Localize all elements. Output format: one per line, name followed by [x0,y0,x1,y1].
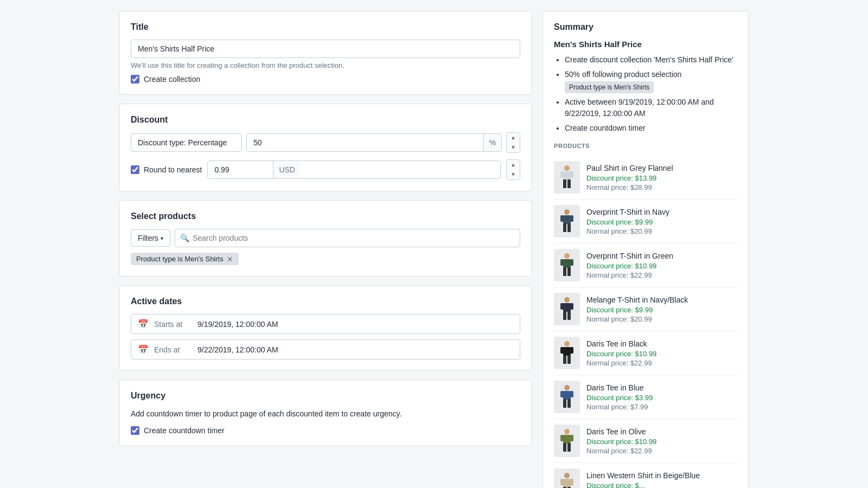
svg-rect-40 [563,443,566,452]
svg-rect-9 [570,215,573,222]
search-input[interactable] [175,229,520,247]
svg-rect-2 [560,171,564,178]
select-products-card: Select products Filters ▾ 🔍 Product type… [119,200,532,277]
filters-button[interactable]: Filters ▾ [131,229,170,247]
svg-rect-39 [570,435,573,441]
product-normal-price: Normal price: $22.99 [586,359,737,367]
countdown-checkbox[interactable] [131,426,139,435]
ends-at-value: 9/22/2019, 12:00:00 AM [197,345,278,354]
svg-point-24 [564,341,570,346]
svg-rect-23 [567,311,571,320]
round-decrement-btn[interactable]: ▼ [507,170,520,179]
svg-point-12 [564,253,570,259]
starts-at-label: Starts at [154,320,192,329]
summary-product-tag: Product type is Men's Shirts [565,81,654,93]
calendar-icon-ends: 📅 [138,344,149,355]
search-icon: 🔍 [180,234,189,242]
percent-input-wrap: % [246,133,502,152]
svg-rect-43 [563,479,571,487]
products-list: Paul Shirt in Grey Flannel Discount pric… [554,156,737,488]
svg-rect-38 [560,435,564,441]
starts-at-field[interactable]: 📅 Starts at 9/19/2019, 12:00:00 AM [131,314,520,334]
discount-increment-btn[interactable]: ▲ [507,133,520,143]
round-value-input[interactable] [208,161,273,178]
calendar-icon-starts: 📅 [138,319,149,329]
product-normal-price: Normal price: $20.99 [586,315,737,323]
summary-bullet-2: 50% off following product selection Prod… [565,69,737,93]
svg-rect-29 [567,355,571,364]
discount-card: Discount Discount type: Percentage Disco… [119,104,532,191]
product-thumbnail [554,161,580,194]
svg-rect-15 [570,259,573,266]
svg-rect-5 [567,179,571,188]
discount-value-input[interactable] [247,134,483,151]
title-input[interactable] [131,40,520,58]
product-info: Daris Tee in Blue Discount price: $3.99 … [586,383,737,411]
svg-point-42 [564,473,570,478]
svg-rect-13 [563,259,571,268]
ends-at-field[interactable]: 📅 Ends at 9/22/2019, 12:00:00 AM [131,339,520,359]
ends-at-label: Ends at [154,345,192,354]
discount-stepper[interactable]: ▲ ▼ [506,132,520,153]
product-thumbnail [554,425,580,457]
round-stepper[interactable]: ▲ ▼ [506,159,520,180]
discount-type-select[interactable]: Discount type: Percentage Discount type:… [131,133,242,152]
product-row: Paul Shirt in Grey Flannel Discount pric… [554,156,737,200]
svg-rect-25 [563,347,571,356]
product-name: Overprint T-Shirt in Green [586,252,737,260]
svg-rect-28 [563,355,566,364]
product-discount-price: Discount price: $10.99 [586,438,737,446]
round-checkbox-row: Round to nearest [131,165,202,174]
create-collection-label: Create collection [144,75,200,84]
round-increment-btn[interactable]: ▲ [507,160,520,170]
round-checkbox[interactable] [131,165,139,174]
product-thumbnail [554,205,580,237]
summary-bullet-3: Active between 9/19/2019, 12:00:00 AM an… [565,97,737,119]
product-info: Paul Shirt in Grey Flannel Discount pric… [586,164,737,191]
product-discount-price: Discount price: $10.99 [586,262,737,270]
summary-bullet-4: Create countdown timer [565,123,737,134]
svg-point-6 [564,209,570,215]
discount-decrement-btn[interactable]: ▼ [507,143,520,152]
product-row: Daris Tee in Black Discount price: $10.9… [554,331,737,375]
svg-rect-26 [560,347,564,354]
product-discount-price: Discount price: $9.99 [586,218,737,226]
product-thumbnail [554,381,580,413]
product-name: Melange T-Shirt in Navy/Black [586,296,737,304]
summary-bullet-1: Create discount collection 'Men's Shirts… [565,54,737,66]
svg-rect-44 [560,479,564,485]
product-discount-price: Discount price: $10.99 [586,350,737,358]
product-thumbnail [554,293,580,325]
countdown-row: Create countdown timer [131,426,520,435]
product-name: Overprint T-Shirt in Navy [586,208,737,216]
svg-point-36 [564,429,570,434]
urgency-card: Urgency Add countdown timer to product p… [119,380,532,446]
filters-label: Filters [138,234,158,242]
chevron-down-icon: ▾ [161,235,163,241]
product-normal-price: Normal price: $20.99 [586,227,737,235]
svg-point-30 [564,385,570,390]
svg-rect-16 [563,267,566,276]
filter-tag: Product type is Men's Shirts ✕ [131,253,520,265]
product-name: Paul Shirt in Grey Flannel [586,164,737,172]
svg-rect-8 [560,215,564,222]
round-value-wrap: USD [207,160,501,179]
title-section-label: Title [131,22,520,32]
svg-point-0 [564,165,570,171]
filters-row: Filters ▾ 🔍 [131,229,520,247]
product-info: Melange T-Shirt in Navy/Black Discount p… [586,296,737,323]
title-card: Title We'll use this title for creating … [119,11,532,95]
filter-tag-close-icon[interactable]: ✕ [227,255,233,263]
active-dates-label: Active dates [131,297,520,306]
active-dates-card: Active dates 📅 Starts at 9/19/2019, 12:0… [119,285,532,371]
svg-rect-3 [570,171,573,178]
product-name: Daris Tee in Black [586,339,737,348]
select-products-label: Select products [131,211,520,221]
create-collection-checkbox[interactable] [131,75,139,84]
svg-rect-7 [563,215,571,224]
svg-rect-22 [563,311,566,320]
svg-rect-19 [563,303,571,312]
product-thumbnail [554,249,580,281]
product-info: Overprint T-Shirt in Navy Discount price… [586,208,737,235]
product-info: Overprint T-Shirt in Green Discount pric… [586,252,737,279]
